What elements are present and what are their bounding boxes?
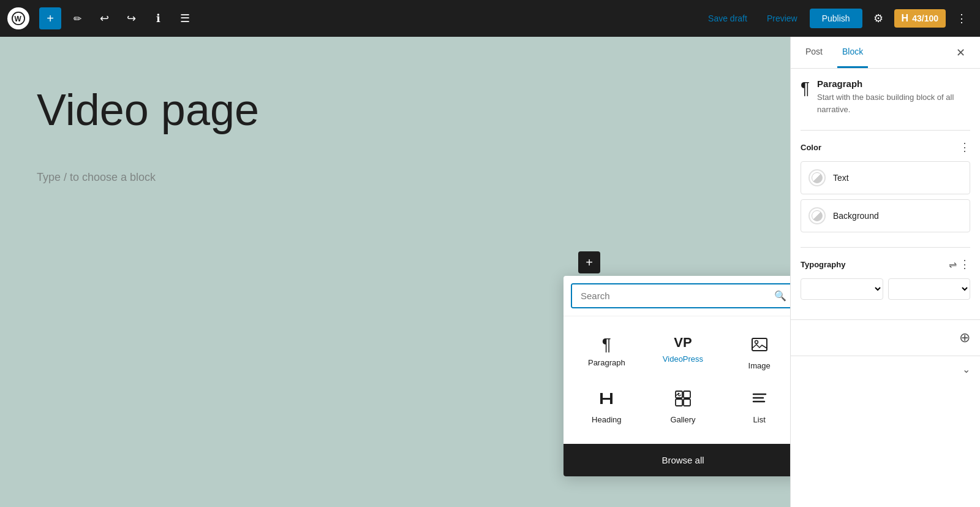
svg-rect-2 <box>752 338 767 351</box>
wp-logo: W <box>7 7 29 29</box>
paragraph-icon: ¶ <box>602 336 611 353</box>
heading-icon <box>598 390 615 410</box>
ellipsis-vertical-icon: ⋮ <box>959 141 970 153</box>
inserter-item-videopress[interactable]: VP VideoPress <box>645 326 722 380</box>
block-info: ¶ Paragraph Start with the basic buildin… <box>801 78 970 115</box>
svg-rect-7 <box>684 399 690 406</box>
filter-icon: ⇌ <box>949 259 957 270</box>
font-size-select[interactable] <box>888 278 971 300</box>
text-color-label: Text <box>833 173 849 183</box>
svg-rect-4 <box>676 391 682 398</box>
inserter-item-gallery[interactable]: Gallery <box>645 380 722 434</box>
inserter-item-label: Gallery <box>670 415 695 424</box>
text-color-row[interactable]: Text <box>801 161 970 194</box>
toolbar-right: Save draft Preview Publish ⚙ H 43/100 ⋮ <box>701 7 973 29</box>
block-paragraph-icon: ¶ <box>801 78 810 98</box>
list-icon: ☰ <box>180 12 190 25</box>
redo-button[interactable]: ↪ <box>120 7 142 29</box>
ellipsis-icon: ⋮ <box>956 12 967 25</box>
color-more-button[interactable]: ⋮ <box>959 140 970 154</box>
add-block-toolbar-button[interactable]: + <box>39 7 61 29</box>
editor-area: Video page Type / to choose a block + 🔍 … <box>0 37 790 507</box>
edit-mode-button[interactable]: ✏ <box>66 7 88 29</box>
undo-icon: ↩ <box>100 12 109 25</box>
videopress-icon: VP <box>674 336 692 349</box>
color-section-title: Color <box>801 143 821 152</box>
inserter-search-area: 🔍 <box>564 276 790 316</box>
undo-button[interactable]: ↩ <box>93 7 115 29</box>
inserter-item-list[interactable]: List <box>721 380 790 434</box>
background-color-swatch <box>809 207 826 224</box>
typography-section: Typography ⇌ ⋮ <box>801 247 970 310</box>
tab-block[interactable]: Block <box>837 37 868 68</box>
info-icon: ℹ <box>156 12 160 25</box>
save-draft-button[interactable]: Save draft <box>701 10 755 27</box>
inserter-item-paragraph[interactable]: ¶ Paragraph <box>568 326 645 380</box>
h-icon: H <box>902 13 909 24</box>
main-layout: Video page Type / to choose a block + 🔍 … <box>0 37 980 507</box>
plus-icon: + <box>47 12 54 26</box>
collapse-button[interactable]: ⌄ <box>962 364 970 375</box>
preview-button[interactable]: Preview <box>760 10 805 27</box>
search-input[interactable] <box>572 284 767 307</box>
background-color-row[interactable]: Background <box>801 199 970 232</box>
inserter-item-label: Image <box>748 361 771 370</box>
list-view-button[interactable]: ☰ <box>174 7 196 29</box>
search-field-container: 🔍 <box>571 283 790 308</box>
hb-score-button[interactable]: H 43/100 <box>894 9 946 28</box>
inserter-item-label: Paragraph <box>588 358 625 367</box>
sidebar-block-content: ¶ Paragraph Start with the basic buildin… <box>791 69 980 319</box>
inserter-grid: ¶ Paragraph VP VideoPress Ima <box>564 316 790 444</box>
list-block-icon <box>751 390 768 410</box>
svg-rect-5 <box>684 391 690 398</box>
add-block-row: ⊕ <box>791 319 980 356</box>
toolbar: W + ✏ ↩ ↪ ℹ ☰ Save draft Preview Publish… <box>0 0 980 37</box>
redo-icon: ↪ <box>127 12 136 25</box>
browse-all-button[interactable]: Browse all <box>564 444 790 476</box>
inserter-item-label: Heading <box>592 415 621 424</box>
color-section: Color ⋮ Text Background <box>801 130 970 247</box>
block-placeholder[interactable]: Type / to choose a block <box>37 171 753 184</box>
block-title: Paragraph <box>817 78 970 89</box>
ellipsis-vertical-icon-2: ⋮ <box>959 258 970 270</box>
font-family-select[interactable] <box>801 278 883 300</box>
svg-text:W: W <box>15 15 22 23</box>
sidebar-tabs: Post Block ✕ <box>791 37 980 69</box>
block-inserter-popup: 🔍 ¶ Paragraph VP VideoPress <box>564 276 790 476</box>
more-options-button[interactable]: ⋮ <box>951 7 973 29</box>
inserter-item-heading[interactable]: Heading <box>568 380 645 434</box>
typography-header: Typography ⇌ ⋮ <box>801 257 970 271</box>
filter-icon-button[interactable]: ⇌ <box>949 257 957 271</box>
info-button[interactable]: ℹ <box>147 7 169 29</box>
svg-point-8 <box>677 393 679 395</box>
publish-button[interactable]: Publish <box>810 9 862 28</box>
add-block-inline-button[interactable]: + <box>578 251 600 273</box>
typography-more-button[interactable]: ⋮ <box>959 257 970 271</box>
typography-actions: ⇌ ⋮ <box>949 257 970 271</box>
plus-circle-icon: ⊕ <box>959 330 970 345</box>
inserter-item-label: List <box>753 415 766 424</box>
search-icon: 🔍 <box>767 290 790 302</box>
settings-button[interactable]: ⚙ <box>867 7 889 29</box>
close-icon: ✕ <box>956 46 965 59</box>
typography-title: Typography <box>801 260 845 269</box>
plus-inline-icon: + <box>586 256 593 270</box>
color-swatch-inner-bg <box>812 210 823 221</box>
block-description: Start with the basic building block of a… <box>817 91 970 115</box>
collapse-row: ⌄ <box>791 356 980 383</box>
right-sidebar: Post Block ✕ ¶ Paragraph Start with the … <box>790 37 980 507</box>
pencil-icon: ✏ <box>74 13 81 25</box>
tab-post[interactable]: Post <box>801 37 827 68</box>
gear-icon: ⚙ <box>873 12 883 25</box>
color-swatch-inner <box>812 172 823 183</box>
add-typography-button[interactable]: ⊕ <box>959 330 970 346</box>
sidebar-close-button[interactable]: ✕ <box>951 43 970 63</box>
svg-point-3 <box>755 341 758 344</box>
page-title: Video page <box>37 86 753 134</box>
inserter-item-image[interactable]: Image <box>721 326 790 380</box>
inserter-item-label: VideoPress <box>663 354 703 364</box>
chevron-down-icon: ⌄ <box>962 364 970 375</box>
hb-score-value: 43/100 <box>912 13 938 23</box>
color-section-header: Color ⋮ <box>801 140 970 154</box>
image-icon <box>751 336 768 356</box>
